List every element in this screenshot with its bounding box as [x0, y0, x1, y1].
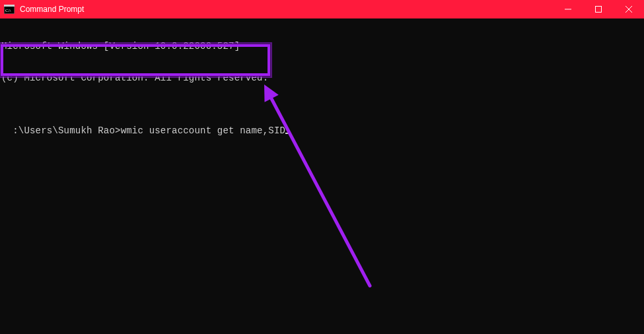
svg-rect-4 [596, 7, 602, 13]
terminal-area[interactable]: Microsoft Windows [Version 10.0.22000.52… [0, 18, 644, 334]
svg-marker-7 [264, 84, 279, 102]
minimize-button[interactable] [553, 0, 583, 18]
command-text: wmic useraccount get name,SID [121, 125, 285, 136]
svg-text:C:\: C:\ [5, 8, 11, 13]
svg-rect-1 [4, 5, 15, 7]
annotation-arrow [0, 18, 644, 334]
version-line: Microsoft Windows [Version 10.0.22000.52… [1, 41, 643, 51]
prompt-line: :\Users\Sumukh Rao>wmic useraccount get … [13, 125, 291, 136]
window-controls [553, 0, 644, 18]
maximize-button[interactable] [583, 0, 614, 18]
window-title: Command Prompt [20, 5, 553, 14]
prompt-text: :\Users\Sumukh Rao> [13, 125, 120, 136]
close-button[interactable] [614, 0, 644, 18]
titlebar: C:\ Command Prompt [0, 0, 644, 18]
cmd-icon: C:\ [4, 5, 15, 14]
blank-line [1, 104, 643, 115]
copyright-line: (c) Microsoft Corporation. All rights re… [1, 73, 643, 83]
cursor [285, 133, 291, 134]
